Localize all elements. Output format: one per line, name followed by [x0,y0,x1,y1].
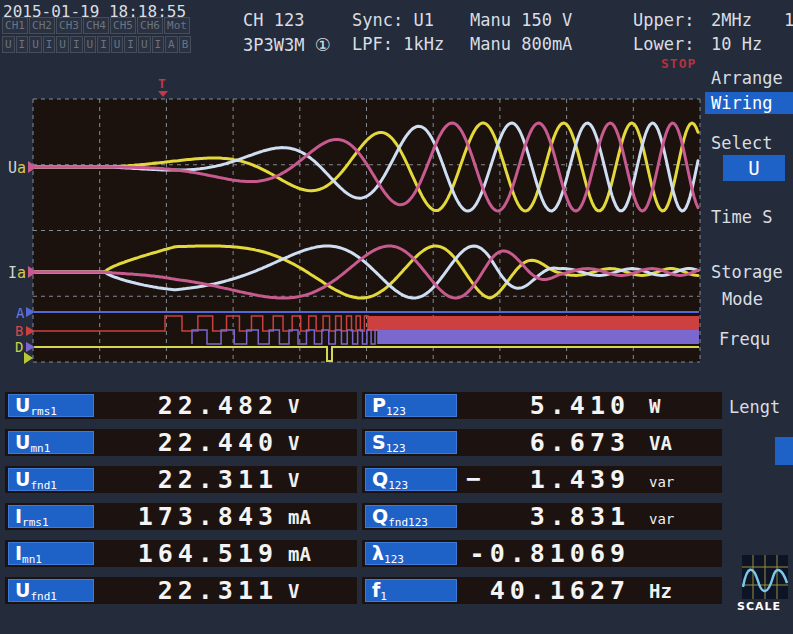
ua-phase-label: a [17,159,26,177]
voltage-range-label: Manu 150 V [470,10,572,30]
channel-group-label: CH 123 [243,10,304,30]
event-b-marker[interactable]: B [15,323,35,339]
param-button-lambda123[interactable]: λ123 [365,542,457,565]
measurement-value: 22.311 [93,466,278,493]
channel-box: CH1 [2,17,28,34]
channel-box: Mot [164,17,190,34]
scale-label: SCALE [737,600,781,613]
param-button-s123[interactable]: S123 [365,431,457,454]
ia-marker[interactable]: Ia [8,264,37,282]
subchannel-box: I [124,36,137,53]
measurement-value: 40.1627 [462,577,630,604]
sidebar-button-length-value[interactable] [775,437,793,465]
subchannel-box: I [43,36,56,53]
channel-box: CH2 [29,17,55,34]
param-sub: 123 [384,553,404,566]
measurement-row-imn1: Imn1 164.519 mA [5,540,357,567]
ia-label: I [8,264,17,282]
measurement-unit: V [288,580,299,602]
trigger-arrow-icon [158,91,168,97]
measurement-unit: VA [649,432,672,454]
subchannel-box: U [2,36,15,53]
measurement-value: -0.81069 [462,540,630,567]
param-button-imn1[interactable]: Imn1 [8,542,94,565]
subchannel-box: I [70,36,83,53]
measurement-row-p123: P123 5.410 W [362,392,722,419]
sidebar-button-select-u[interactable]: U [723,155,785,181]
param-button-ufnd1[interactable]: Ufnd1 [8,468,94,491]
measurement-unit: var [649,511,674,527]
lower-freq-value: 10 Hz [711,34,762,54]
sidebar-item-select[interactable]: Select [711,133,772,153]
event-a-label: A [16,305,25,321]
param-sub: 123 [388,479,408,492]
wiring-mode-label: 3P3W3M ① [243,34,331,55]
channel-box: CH4 [83,17,109,34]
scale-widget[interactable] [742,555,788,599]
param-sub: 123 [386,405,406,418]
sidebar-item-length[interactable]: Lengt [729,397,780,417]
param-button-urms1[interactable]: Urms1 [8,394,94,417]
measurement-unit: V [288,469,299,491]
measurement-value: 22.311 [93,577,278,604]
edge-clipped-digit: 1 [784,10,793,30]
event-b-label: B [15,323,23,339]
measurement-row-lambda123: λ123 -0.81069 [362,540,722,567]
param-sub: mn1 [22,553,42,566]
param-button-irms1[interactable]: Irms1 [8,505,94,528]
channel-box: CH6 [137,17,163,34]
subchannel-box: I [16,36,29,53]
measurement-row-irms1: Irms1 173.843 mA [5,503,357,530]
param-sub: rms1 [30,405,57,418]
scale-waveform-icon [742,555,788,599]
wiring-badge-icon: ① [315,34,331,55]
param-sub: 123 [386,442,406,455]
subchannel-box: A [165,36,178,53]
measurement-value: 3.831 [462,503,630,530]
measurement-value: 22.440 [93,429,278,456]
sidebar-item-arrange[interactable]: Arrange [711,68,783,88]
subchannel-box: U [111,36,124,53]
sidebar-item-storage[interactable]: Storage [711,262,783,282]
sidebar-item-mode[interactable]: Mode [722,289,763,309]
param-button-q123[interactable]: Q123 [365,468,457,491]
ua-label: U [8,159,17,177]
sidebar-item-frequency[interactable]: Frequ [719,329,770,349]
trigger-t-icon: T [158,76,166,91]
analyzer-screen: 2015-01-19 18:18:55 CH1 CH2 CH3 CH4 CH5 … [0,0,793,634]
event-d-marker[interactable]: D [15,339,35,355]
param-button-p123[interactable]: P123 [365,394,457,417]
event-a-marker[interactable]: A [16,305,35,321]
sidebar-button-wiring[interactable]: Wiring [705,92,793,114]
measurement-value: 1.439 [462,466,630,493]
measurement-row-q123: Q123 − 1.439 var [362,466,722,493]
trigger-marker[interactable]: T [158,76,168,97]
param-sub: mn1 [30,442,50,455]
measurement-row-ufnd1: Ufnd1 22.311 V [5,466,357,493]
subchannel-box: B [179,36,192,53]
param-button-umn1[interactable]: Umn1 [8,431,94,454]
param-sub: fnd1 [30,479,57,492]
measurement-value: 164.519 [93,540,278,567]
measurement-unit: var [649,474,674,490]
param-main: Q [372,505,388,527]
param-main: λ [372,542,384,564]
measurement-value: 22.482 [93,392,278,419]
measurement-row-umn1: Umn1 22.440 V [5,429,357,456]
measurement-unit: V [288,395,299,417]
measurement-value: 173.843 [93,503,278,530]
param-sub: rms1 [22,516,49,529]
subchannel-box: U [56,36,69,53]
subchannel-box: U [84,36,97,53]
param-sub: fnd1 [30,590,57,603]
measurement-unit: mA [288,506,311,528]
param-button-qfnd123[interactable]: Qfnd123 [365,505,457,528]
param-button-ufnd1b[interactable]: Ufnd1 [8,579,94,602]
param-sub: fnd123 [388,516,428,529]
start-position-marker[interactable] [24,352,33,364]
subchannel-box: I [97,36,110,53]
param-button-f1[interactable]: f1 [365,579,457,602]
measurement-column-left: Urms1 22.482 V Umn1 22.440 V Ufnd1 22.31… [5,392,357,614]
measurement-row-ufnd1b: Ufnd1 22.311 V [5,577,357,604]
sidebar-item-time-scale[interactable]: Time S [711,207,772,227]
